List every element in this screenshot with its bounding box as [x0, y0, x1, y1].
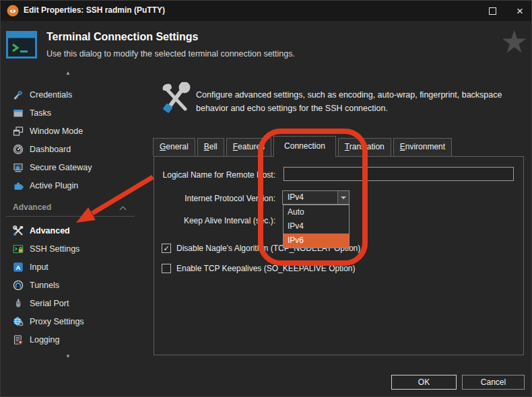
page-title: Terminal Connection Settings	[46, 31, 199, 43]
checked-checkbox-icon[interactable]: ✓	[162, 244, 171, 253]
secure-gateway-icon	[13, 162, 24, 173]
sidebar-item-ssh-settings[interactable]: SSH Settings	[1, 240, 154, 258]
sidebar-item-label: Credentials	[30, 90, 72, 100]
keep-alive-label: Keep Alive Interval (sec.):	[154, 216, 275, 225]
tab-bell[interactable]: Bell	[197, 138, 224, 156]
logical-name-input[interactable]	[284, 167, 514, 181]
sidebar-scroll-up-icon[interactable]: ▲	[38, 70, 98, 76]
sidebar-item-label: Serial Port	[30, 299, 69, 308]
sidebar-scroll-down-icon[interactable]: ▼	[38, 353, 98, 359]
sidebar-item-secure-gateway[interactable]: Secure Gateway	[1, 158, 154, 176]
tab-features[interactable]: Features	[226, 138, 271, 156]
dropdown-option-ipv4[interactable]: IPv4	[284, 219, 349, 233]
sidebar-item-tunnels[interactable]: Tunnels	[1, 276, 154, 294]
sidebar-item-label: Tunnels	[30, 281, 59, 290]
ssh-settings-icon	[13, 244, 24, 254]
maximize-icon	[489, 7, 496, 15]
logging-icon	[13, 334, 24, 345]
sidebar-item-label: Secure Gateway	[30, 163, 92, 172]
close-icon: ×	[517, 5, 523, 17]
active-plugin-icon	[13, 180, 24, 191]
sidebar-item-proxy-settings[interactable]: Proxy Settings	[1, 312, 154, 330]
maximize-button[interactable]	[480, 1, 504, 21]
settings-tab-bar: GeneralBellFeaturesConnectionTranslation…	[153, 136, 452, 156]
tab-translation[interactable]: Translation	[338, 138, 391, 156]
sidebar-section-advanced[interactable]: Advanced	[6, 201, 135, 217]
sidebar-item-label: Advanced	[30, 226, 70, 236]
sidebar-item-credentials[interactable]: Credentials	[1, 85, 154, 104]
sidebar-item-window-mode[interactable]: Window Mode	[1, 122, 154, 140]
connection-tab-panel	[154, 156, 524, 355]
tab-environment[interactable]: Environment	[393, 138, 452, 156]
tunnels-icon	[13, 280, 24, 291]
sidebar-item-input[interactable]: AInput	[1, 258, 154, 276]
advanced-tools-icon	[160, 82, 191, 116]
dropdown-option-auto[interactable]: Auto	[284, 205, 349, 219]
credentials-icon	[13, 89, 24, 100]
sidebar-item-label: Dashboard	[30, 145, 71, 154]
protocol-dropdown-list: AutoIPv4IPv6	[283, 205, 350, 248]
unchecked-checkbox-icon[interactable]	[162, 264, 171, 273]
ok-button[interactable]: OK	[391, 375, 457, 390]
chevron-down-icon	[341, 196, 346, 199]
combobox-value: IPv4	[288, 192, 304, 202]
favorite-star-icon[interactable]: ★	[500, 26, 528, 57]
sidebar-item-dashboard[interactable]: Dashboard	[1, 140, 154, 158]
proxy-settings-icon	[13, 316, 24, 327]
chevron-up-icon[interactable]	[120, 207, 127, 213]
dropdown-option-ipv6[interactable]: IPv6	[284, 233, 349, 248]
window-title: Edit Properties: SSH radmin (PuTTY)	[24, 5, 165, 15]
svg-text:A: A	[16, 263, 21, 270]
combobox-dropdown-button[interactable]	[337, 191, 349, 204]
sidebar-item-tasks[interactable]: Tasks	[1, 104, 154, 122]
section-label: Advanced	[13, 203, 51, 212]
sidebar-item-label: Input	[30, 262, 48, 272]
sidebar-item-advanced[interactable]: Advanced	[1, 221, 154, 240]
title-bar: Edit Properties: SSH radmin (PuTTY) ×	[1, 1, 532, 21]
tasks-icon	[13, 108, 24, 118]
edit-properties-dialog: Edit Properties: SSH radmin (PuTTY) × Te…	[0, 0, 532, 397]
serial-port-icon	[13, 298, 24, 309]
checkbox-label: Enable TCP Keepalives (SO_KEEPALIVE Opti…	[176, 264, 355, 273]
terminal-icon	[6, 31, 37, 61]
sidebar-item-label: Window Mode	[30, 127, 83, 136]
tab-general[interactable]: General	[153, 138, 195, 156]
tab-connection[interactable]: Connection	[273, 136, 336, 157]
protocol-version-label: Internet Protocol Version:	[154, 194, 275, 203]
page-subtitle: Use this dialog to modify the selected t…	[46, 49, 295, 59]
cancel-button[interactable]: Cancel	[462, 375, 525, 390]
window-mode-icon	[13, 126, 24, 137]
sidebar-advanced-group: AdvancedSSH SettingsAInputTunnelsSerial …	[1, 221, 154, 349]
logical-name-label: Logical Name for Remote Host:	[154, 170, 275, 180]
dashboard-icon	[13, 144, 24, 155]
sidebar-item-label: Active Plugin	[30, 181, 78, 190]
sidebar-item-serial-port[interactable]: Serial Port	[1, 294, 154, 312]
protocol-version-combobox[interactable]: IPv4	[282, 190, 350, 205]
tab-description: Configure advanced settings, such as enc…	[196, 88, 522, 115]
checkbox-enable-tcp-keepalives-so-keepalive-option[interactable]: Enable TCP Keepalives (SO_KEEPALIVE Opti…	[162, 264, 355, 273]
sidebar-item-active-plugin[interactable]: Active Plugin	[1, 176, 154, 194]
sidebar-item-label: SSH Settings	[30, 244, 79, 254]
sidebar-item-label: Proxy Settings	[30, 317, 84, 326]
sidebar-top-group: CredentialsTasksWindow ModeDashboardSecu…	[1, 85, 154, 194]
app-logo-icon	[7, 5, 19, 17]
sidebar-item-label: Logging	[30, 335, 60, 345]
close-button[interactable]: ×	[508, 1, 532, 21]
advanced-icon	[13, 225, 24, 236]
sidebar-item-logging[interactable]: Logging	[1, 330, 154, 349]
input-icon: A	[13, 262, 24, 273]
sidebar-item-label: Tasks	[30, 108, 51, 118]
